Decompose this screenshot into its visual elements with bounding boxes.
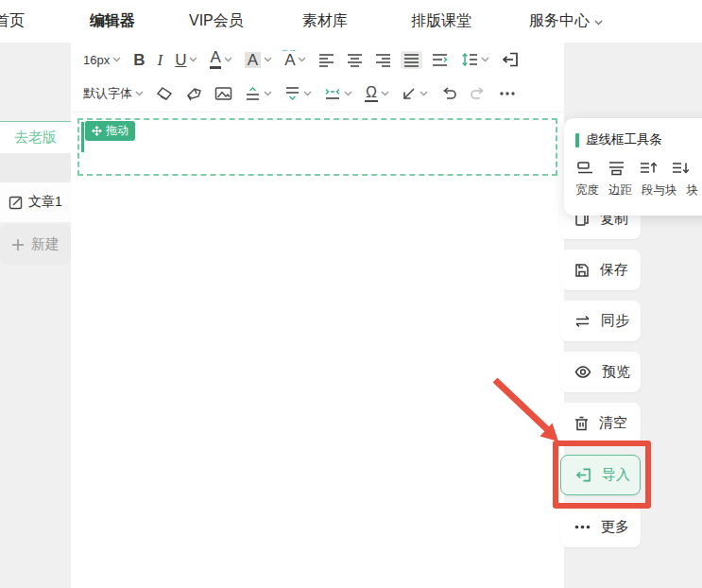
toolbar-row-2: 默认字体 xyxy=(71,77,564,111)
drag-handle[interactable]: 拖动 xyxy=(85,121,135,141)
redo-icon[interactable] xyxy=(467,85,489,103)
nav-item-material[interactable]: 素材库 xyxy=(302,11,348,31)
new-article-label: 新建 xyxy=(31,235,60,253)
font-family-select[interactable]: 默认字体 xyxy=(80,83,146,104)
article-list: 文章1 xyxy=(0,182,71,222)
popup-title-row: 虚线框工具条 xyxy=(564,118,702,148)
import-into-icon[interactable] xyxy=(499,50,522,69)
background-color-button[interactable]: A xyxy=(242,50,275,70)
trash-icon xyxy=(574,416,589,431)
align-center-button[interactable] xyxy=(344,51,366,69)
format-painter-icon[interactable] xyxy=(182,84,205,103)
annotation-red-box xyxy=(553,441,651,509)
align-left-button[interactable] xyxy=(316,51,337,69)
letter-spacing-button[interactable]: ←→A xyxy=(282,50,309,70)
undo-icon[interactable] xyxy=(437,85,460,103)
indent-button[interactable] xyxy=(429,51,452,69)
nav-item-service[interactable]: 服务中心 xyxy=(529,11,603,31)
paragraph-down-icon[interactable] xyxy=(671,160,690,176)
eye-icon xyxy=(574,366,591,378)
nav-item-editor[interactable]: 编辑器 xyxy=(90,11,135,31)
clear-format-eraser-icon[interactable] xyxy=(153,84,176,103)
plus-icon xyxy=(11,238,25,251)
move-icon xyxy=(92,126,102,136)
left-sidebar: 去老版 文章1 新建 xyxy=(0,43,71,588)
nav-item-home[interactable]: 首页 xyxy=(0,11,25,31)
preview-button[interactable]: 预览 xyxy=(560,352,641,392)
editor-toolbar: 16px B I U A A ←→A xyxy=(71,43,564,112)
top-nav: 首页 编辑器 VIP会员 素材库 排版课堂 服务中心 xyxy=(0,0,702,43)
bold-button[interactable]: B xyxy=(130,50,147,70)
margin-bottom-button[interactable] xyxy=(282,84,315,103)
text-caret xyxy=(81,122,84,152)
more-tools-icon[interactable] xyxy=(496,89,519,98)
drag-label: 拖动 xyxy=(106,123,128,139)
new-article-button[interactable]: 新建 xyxy=(0,224,71,265)
dashed-toolbar-popup: 虚线框工具条 宽度 边距 段与块 块 xyxy=(564,118,702,216)
dashed-selection-box[interactable]: 拖动 xyxy=(77,118,557,176)
edit-icon xyxy=(9,196,23,210)
align-justify-button[interactable] xyxy=(401,51,422,69)
nav-item-course[interactable]: 排版课堂 xyxy=(411,11,471,31)
article-item[interactable]: 文章1 xyxy=(0,194,62,211)
editor-canvas[interactable]: 拖动 xyxy=(71,112,564,588)
nav-item-vip[interactable]: VIP会员 xyxy=(189,11,244,31)
margin-icon[interactable] xyxy=(608,160,625,176)
block-label[interactable]: 块 xyxy=(687,182,699,199)
green-arrows-icon: ←→ xyxy=(281,45,296,54)
font-size-select[interactable]: 16px xyxy=(80,51,124,69)
diagonal-arrow-button[interactable] xyxy=(399,85,431,103)
sidebar-divider-block xyxy=(0,153,71,182)
title-accent-bar xyxy=(575,133,579,147)
article-name: 文章1 xyxy=(28,194,62,211)
special-symbol-button[interactable]: Ω xyxy=(362,83,392,104)
popup-icon-row xyxy=(564,148,702,176)
more-button[interactable]: 更多 xyxy=(560,507,641,547)
popup-title: 虚线框工具条 xyxy=(586,131,662,148)
font-color-button[interactable]: A xyxy=(207,48,234,70)
go-old-version-button[interactable]: 去老版 xyxy=(0,121,71,154)
paragraph-up-icon[interactable] xyxy=(639,160,658,176)
clear-button[interactable]: 清空 xyxy=(560,403,641,443)
width-icon[interactable] xyxy=(576,160,594,176)
italic-button[interactable]: I xyxy=(154,50,165,70)
insert-image-icon[interactable] xyxy=(212,84,235,103)
paragraph-block-label[interactable]: 段与块 xyxy=(642,182,677,199)
underline-button[interactable]: U xyxy=(172,50,200,70)
align-right-button[interactable] xyxy=(372,51,394,69)
line-height-button[interactable] xyxy=(458,50,492,69)
popup-label-row: 宽度 边距 段与块 块 xyxy=(564,176,702,199)
margin-top-button[interactable] xyxy=(242,84,275,103)
margin-label[interactable]: 边距 xyxy=(608,182,632,199)
save-icon xyxy=(574,263,590,278)
word-spacing-button[interactable] xyxy=(321,84,355,103)
toolbar-row-1: 16px B I U A A ←→A xyxy=(71,43,564,77)
width-label[interactable]: 宽度 xyxy=(575,182,599,199)
ellipsis-icon xyxy=(574,525,591,529)
sync-button[interactable]: 同步 xyxy=(560,301,641,341)
sync-icon xyxy=(574,315,591,328)
chevron-down-icon xyxy=(594,12,603,28)
save-button[interactable]: 保存 xyxy=(560,250,641,290)
app-window: 首页 编辑器 VIP会员 素材库 排版课堂 服务中心 去老版 文章1 新建 xyxy=(0,0,702,588)
